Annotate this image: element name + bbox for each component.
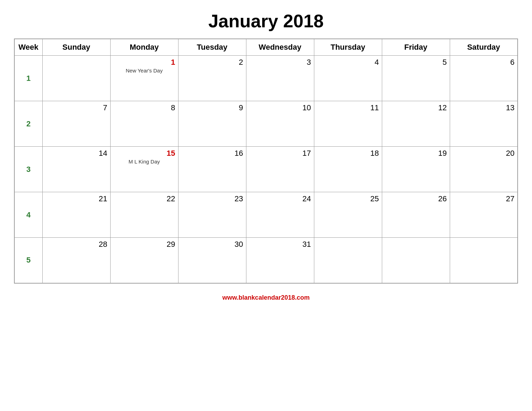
week-row: 278910111213 xyxy=(14,101,518,147)
day-cell: 29 xyxy=(110,238,178,283)
header-wednesday: Wednesday xyxy=(246,39,314,56)
day-number: 26 xyxy=(385,194,447,203)
day-number: 14 xyxy=(46,149,107,158)
day-number: 17 xyxy=(249,149,311,158)
week-number: 3 xyxy=(14,147,42,192)
day-number: 11 xyxy=(317,103,379,112)
day-number: 18 xyxy=(317,149,379,158)
day-cell: 22 xyxy=(110,192,178,238)
page-title: January 2018 xyxy=(208,11,324,32)
week-row: 421222324252627 xyxy=(14,192,518,238)
day-number: 19 xyxy=(385,149,447,158)
day-cell: 11 xyxy=(314,101,382,147)
day-cell: 5 xyxy=(382,56,450,101)
day-cell: 8 xyxy=(110,101,178,147)
day-cell: 9 xyxy=(178,101,246,147)
day-number: 27 xyxy=(453,194,515,203)
day-number: 5 xyxy=(385,58,447,67)
day-number: 25 xyxy=(317,194,379,203)
header-week: Week xyxy=(14,39,42,56)
week-row: 11New Year's Day23456 xyxy=(14,56,518,101)
week-number: 2 xyxy=(14,101,42,147)
day-cell: 31 xyxy=(246,238,314,283)
header-row: WeekSundayMondayTuesdayWednesdayThursday… xyxy=(14,39,518,56)
day-cell xyxy=(314,238,382,283)
week-number: 1 xyxy=(14,56,42,101)
day-cell: 12 xyxy=(382,101,450,147)
header-monday: Monday xyxy=(110,39,178,56)
day-cell: 23 xyxy=(178,192,246,238)
day-number: 23 xyxy=(181,194,243,203)
day-number: 28 xyxy=(46,240,107,249)
header-saturday: Saturday xyxy=(450,39,518,56)
day-number: 13 xyxy=(453,103,515,112)
day-number: 8 xyxy=(113,103,175,112)
header-thursday: Thursday xyxy=(314,39,382,56)
day-cell: 4 xyxy=(314,56,382,101)
holiday-label: M L King Day xyxy=(113,159,175,165)
day-number: 3 xyxy=(249,58,311,67)
day-number: 16 xyxy=(181,149,243,158)
day-cell: 25 xyxy=(314,192,382,238)
day-cell: 13 xyxy=(450,101,518,147)
day-number: 9 xyxy=(181,103,243,112)
day-number: 20 xyxy=(453,149,515,158)
day-cell: 16 xyxy=(178,147,246,192)
day-cell: 15M L King Day xyxy=(110,147,178,192)
day-cell: 1New Year's Day xyxy=(110,56,178,101)
day-number: 4 xyxy=(317,58,379,67)
day-cell: 28 xyxy=(42,238,110,283)
day-number: 21 xyxy=(46,194,107,203)
day-number: 15 xyxy=(113,149,175,158)
week-row: 528293031 xyxy=(14,238,518,283)
day-cell: 20 xyxy=(450,147,518,192)
day-cell xyxy=(42,56,110,101)
day-number: 31 xyxy=(249,240,311,249)
day-cell xyxy=(382,238,450,283)
day-number: 6 xyxy=(453,58,515,67)
day-number: 24 xyxy=(249,194,311,203)
day-cell: 21 xyxy=(42,192,110,238)
day-number: 10 xyxy=(249,103,311,112)
week-row: 31415M L King Day1617181920 xyxy=(14,147,518,192)
day-cell: 17 xyxy=(246,147,314,192)
day-number: 2 xyxy=(181,58,243,67)
day-cell: 18 xyxy=(314,147,382,192)
day-cell: 26 xyxy=(382,192,450,238)
calendar-table: WeekSundayMondayTuesdayWednesdayThursday… xyxy=(14,39,518,284)
header-sunday: Sunday xyxy=(42,39,110,56)
day-cell: 3 xyxy=(246,56,314,101)
header-tuesday: Tuesday xyxy=(178,39,246,56)
day-cell: 30 xyxy=(178,238,246,283)
day-number: 7 xyxy=(46,103,107,112)
day-cell: 2 xyxy=(178,56,246,101)
day-cell: 19 xyxy=(382,147,450,192)
holiday-label: New Year's Day xyxy=(113,68,175,74)
day-cell: 10 xyxy=(246,101,314,147)
day-cell xyxy=(450,238,518,283)
day-number: 29 xyxy=(113,240,175,249)
day-number: 12 xyxy=(385,103,447,112)
day-number: 22 xyxy=(113,194,175,203)
week-number: 5 xyxy=(14,238,42,283)
header-friday: Friday xyxy=(382,39,450,56)
day-cell: 6 xyxy=(450,56,518,101)
day-cell: 24 xyxy=(246,192,314,238)
day-cell: 27 xyxy=(450,192,518,238)
day-number: 1 xyxy=(113,58,175,67)
day-cell: 14 xyxy=(42,147,110,192)
week-number: 4 xyxy=(14,192,42,238)
day-number: 30 xyxy=(181,240,243,249)
day-cell: 7 xyxy=(42,101,110,147)
website-link[interactable]: www.blankcalendar2018.com xyxy=(222,294,309,301)
